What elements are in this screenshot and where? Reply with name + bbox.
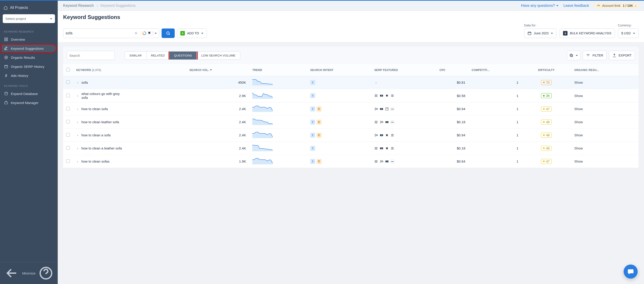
sidebar-item-keyword-suggestions[interactable]: Keyword Suggestions (1, 44, 57, 53)
keyword-text[interactable]: how to clean sofa (82, 107, 108, 111)
add-to-button[interactable]: + ADD TO (177, 28, 207, 38)
us-flag-icon[interactable] (148, 32, 153, 35)
serp-cell[interactable]: ••• (374, 160, 433, 163)
difficulty-pill: 49 (541, 146, 552, 151)
intent-badge-c: C (316, 159, 322, 164)
breadcrumb-sep: › (96, 3, 98, 7)
show-link[interactable]: Show (574, 159, 583, 163)
select-all-checkbox[interactable] (66, 68, 70, 71)
keyword-text[interactable]: what colours go with grey sofa (82, 92, 122, 99)
have-questions-link[interactable]: Have any questions? (521, 3, 558, 8)
keyword-text[interactable]: sofa (82, 80, 88, 84)
minimize-label[interactable]: Minimize (22, 271, 36, 275)
row-checkbox[interactable] (66, 146, 70, 150)
table-search-input[interactable] (69, 54, 112, 57)
expand-row-icon[interactable]: › (76, 160, 79, 163)
sidebar-item-label: Keyword Suggestions (11, 46, 44, 50)
show-link[interactable]: Show (574, 94, 583, 98)
search-button[interactable] (162, 28, 175, 38)
intent-cell: IC (310, 120, 368, 125)
col-difficulty[interactable]: DIFFICULTY (522, 64, 571, 76)
keyword-text[interactable]: how to clean a sofa (82, 133, 111, 137)
row-checkbox[interactable] (66, 159, 70, 163)
project-select[interactable]: Select project (3, 14, 55, 23)
sidebar: All Projects Select project KEYWORD RESE… (0, 1, 58, 284)
serp-cell[interactable] (374, 133, 433, 137)
row-checkbox[interactable] (66, 94, 70, 97)
currency-label: Currency: (618, 23, 638, 27)
col-trend[interactable]: TREND (249, 64, 307, 76)
export-button[interactable]: EXPORT (609, 51, 635, 60)
serp-cell[interactable]: – (374, 81, 433, 84)
keyword-input[interactable] (66, 31, 134, 35)
expand-row-icon[interactable]: › (76, 120, 79, 124)
plus-badge-icon: + (563, 31, 568, 35)
intent-badge-i: I (310, 93, 315, 98)
expand-row-icon[interactable]: › (76, 94, 79, 97)
chevron-down-icon (551, 33, 553, 35)
sidebar-item-label: Organic Results (11, 56, 35, 59)
keyword-text[interactable]: how to clean a leather sofa (82, 146, 122, 150)
sidebar-item-overview[interactable]: Overview (0, 35, 58, 44)
table-row: ›how to clean sofa 2.4K IC ••• $0.94 1 4… (63, 102, 638, 116)
col-organic[interactable]: ORGANIC RESU... (571, 64, 638, 76)
leave-feedback-link[interactable]: Leave feedback (564, 3, 589, 8)
volume-cell: 2.4K (186, 102, 249, 116)
keyword-text[interactable]: how to clean sofas (82, 159, 110, 163)
svg-rect-18 (570, 54, 572, 56)
col-keyword[interactable]: KEYWORD (2,076) (73, 64, 186, 76)
sidebar-item-serp-history[interactable]: Organic SERP History (0, 62, 58, 71)
all-projects-link[interactable]: All Projects (3, 4, 55, 11)
intent-badge-c: C (316, 133, 322, 138)
row-checkbox[interactable] (66, 107, 70, 110)
col-competition[interactable]: COMPETITI... (468, 64, 522, 76)
arrow-left-icon[interactable] (4, 266, 20, 281)
grid-icon (4, 37, 8, 41)
show-link[interactable]: Show (574, 80, 583, 84)
filter-button[interactable]: FILTER (583, 51, 606, 60)
expand-row-icon[interactable]: › (76, 107, 79, 111)
tab-low-search-volume[interactable]: LOW SEARCH VOLUME (197, 51, 240, 59)
row-checkbox[interactable] (66, 80, 70, 84)
serp-cell[interactable]: ••• (374, 120, 433, 124)
tab-related[interactable]: RELATED (146, 51, 170, 59)
serp-cell[interactable] (374, 147, 433, 150)
chevron-down-icon[interactable] (154, 33, 157, 35)
expand-row-icon[interactable]: › (76, 147, 79, 150)
sidebar-item-organic-results[interactable]: Organic Results (0, 53, 58, 62)
copy-button[interactable] (567, 51, 580, 60)
bulk-analysis-button[interactable]: + BULK KEYWORD ANALYSIS (560, 28, 614, 38)
col-serp[interactable]: SERP FEATURES (371, 64, 436, 76)
account-limit-pill[interactable]: Account limit: 1 / 10K i (594, 3, 638, 8)
currency-select[interactable]: $ USD (618, 28, 638, 38)
table-search[interactable] (67, 51, 115, 60)
tab-questions[interactable]: QUESTIONS (170, 51, 197, 59)
col-intent[interactable]: SEARCH INTENT (307, 64, 371, 76)
show-link[interactable]: Show (574, 120, 583, 124)
row-checkbox[interactable] (66, 120, 70, 123)
google-icon[interactable] (142, 31, 146, 35)
col-volume[interactable]: SEARCH VOL. (186, 64, 249, 76)
show-link[interactable]: Show (574, 133, 583, 137)
breadcrumb-root[interactable]: Keyword Research (63, 3, 94, 7)
serp-cell[interactable]: ••• (374, 107, 433, 111)
chat-widget[interactable] (624, 265, 638, 279)
sidebar-item-ads-history[interactable]: Ads History (0, 71, 58, 80)
show-link[interactable]: Show (574, 146, 583, 150)
row-checkbox[interactable] (66, 133, 70, 137)
sidebar-item-expand-database[interactable]: Expand Database (0, 89, 58, 98)
difficulty-pill: 34 (541, 93, 552, 98)
serp-cell[interactable] (374, 94, 433, 97)
col-cpc[interactable]: CPC (436, 64, 468, 76)
sidebar-item-keyword-manager[interactable]: Keyword Manager (0, 98, 58, 107)
keyword-text[interactable]: how to clean leather sofa (82, 120, 119, 124)
tab-similar[interactable]: SIMILAR (125, 51, 146, 59)
show-link[interactable]: Show (574, 107, 583, 111)
data-for-select[interactable]: June 2023 (524, 28, 556, 38)
clear-input-icon[interactable]: ✕ (134, 31, 138, 36)
chevron-down-icon (633, 33, 635, 35)
expand-row-icon[interactable]: › (76, 133, 79, 137)
help-icon[interactable] (38, 266, 54, 281)
expand-row-icon[interactable]: › (76, 81, 79, 84)
filter-icon (586, 53, 590, 57)
